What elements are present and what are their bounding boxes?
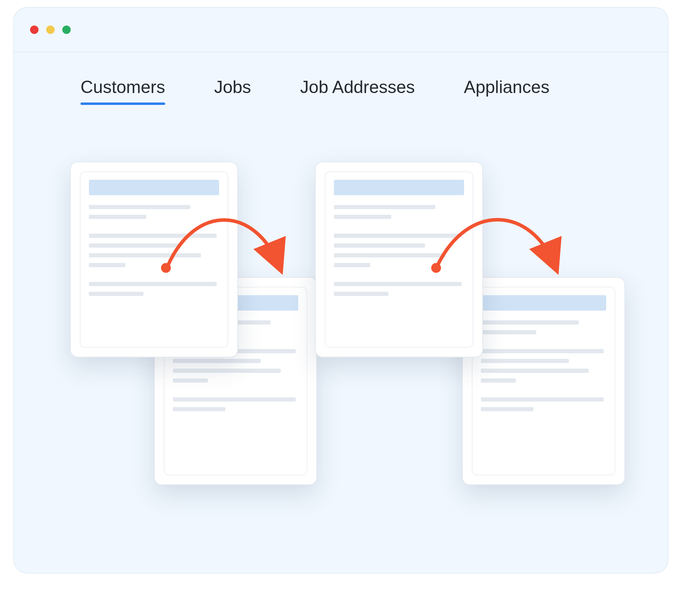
text-line-placeholder: [334, 243, 425, 248]
tab-label: Jobs: [214, 77, 251, 97]
text-line-placeholder: [89, 253, 201, 257]
tab-bar: Customers Jobs Job Addresses Appliances: [14, 52, 668, 105]
text-line-placeholder: [89, 215, 146, 219]
zoom-icon[interactable]: [62, 26, 71, 34]
tab-appliances[interactable]: Appliances: [464, 77, 550, 105]
document-header-placeholder: [334, 180, 464, 195]
tab-customers[interactable]: Customers: [80, 77, 165, 105]
text-line-placeholder: [334, 234, 462, 238]
tab-label: Job Addresses: [300, 77, 415, 97]
text-line-placeholder: [481, 378, 516, 383]
text-line-placeholder: [89, 234, 217, 238]
text-line-placeholder: [334, 215, 391, 219]
text-line-placeholder: [334, 282, 462, 286]
text-line-placeholder: [481, 330, 536, 334]
document-body: [80, 171, 228, 348]
drag-handle-icon[interactable]: [431, 263, 441, 273]
document-body: [325, 171, 473, 348]
drag-handle-icon[interactable]: [161, 263, 171, 273]
tab-jobs[interactable]: Jobs: [214, 77, 251, 105]
document-card[interactable]: [462, 277, 625, 485]
text-line-placeholder: [334, 253, 446, 257]
document-header-placeholder: [89, 180, 219, 195]
text-line-placeholder: [334, 205, 435, 209]
text-line-placeholder: [89, 243, 180, 248]
document-card[interactable]: [70, 162, 238, 357]
text-line-placeholder: [481, 407, 533, 411]
text-line-placeholder: [481, 397, 604, 402]
tab-label: Customers: [80, 77, 165, 97]
text-line-placeholder: [89, 205, 190, 209]
tab-label: Appliances: [464, 77, 550, 97]
text-line-placeholder: [89, 282, 217, 286]
document-header-placeholder: [481, 295, 606, 311]
document-card[interactable]: [315, 162, 483, 357]
document-body: [472, 287, 615, 475]
text-line-placeholder: [173, 378, 208, 383]
text-line-placeholder: [89, 292, 144, 296]
text-line-placeholder: [89, 263, 125, 267]
close-icon[interactable]: [30, 26, 38, 34]
tab-job-addresses[interactable]: Job Addresses: [300, 77, 415, 105]
minimize-icon[interactable]: [46, 26, 55, 34]
text-line-placeholder: [173, 369, 281, 373]
text-line-placeholder: [173, 407, 225, 411]
text-line-placeholder: [173, 359, 261, 363]
app-window: Customers Jobs Job Addresses Appliances: [13, 7, 668, 574]
text-line-placeholder: [334, 292, 388, 296]
text-line-placeholder: [481, 349, 604, 353]
text-line-placeholder: [481, 369, 589, 373]
text-line-placeholder: [334, 263, 370, 267]
text-line-placeholder: [173, 397, 296, 402]
text-line-placeholder: [481, 359, 569, 363]
window-titlebar: [14, 8, 668, 52]
text-line-placeholder: [481, 320, 579, 325]
